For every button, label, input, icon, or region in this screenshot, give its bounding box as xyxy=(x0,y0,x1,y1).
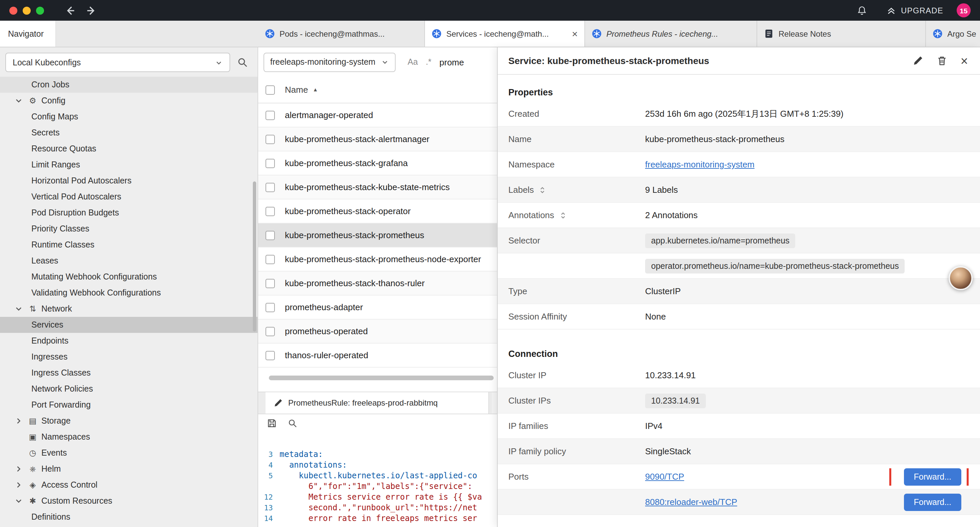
tab-pods-icecheng-mathmas[interactable]: Pods - icecheng@mathmas... xyxy=(258,21,425,47)
namespace-filter[interactable]: freeleaps-monitoring-system xyxy=(264,53,396,72)
tab-argo-se[interactable]: Argo Se xyxy=(926,21,980,47)
sidebar-item-cron-jobs[interactable]: Cron Jobs xyxy=(0,77,258,93)
sidebar-item-custom-resources[interactable]: ✱Custom Resources xyxy=(0,493,258,509)
navigator-title: Navigator xyxy=(8,29,44,38)
row-checkbox[interactable] xyxy=(266,134,275,144)
row-checkbox[interactable] xyxy=(266,255,275,264)
detail-label-text: Created xyxy=(508,109,539,119)
chevron-right-icon[interactable] xyxy=(15,481,26,489)
sidebar-item-network[interactable]: ⇅Network xyxy=(0,301,258,317)
sidebar-item-label: Ingress Classes xyxy=(31,368,91,377)
row-checkbox[interactable] xyxy=(266,110,275,120)
sidebar-item-namespaces[interactable]: ▣Namespaces xyxy=(0,429,258,445)
sidebar-item-leases[interactable]: Leases xyxy=(0,253,258,269)
upgrade-button[interactable]: UPGRADE xyxy=(886,5,943,16)
sidebar-item-vertical-pod-autoscalers[interactable]: Vertical Pod Autoscalers xyxy=(0,189,258,205)
sidebar-item-pod-disruption-budgets[interactable]: Pod Disruption Budgets xyxy=(0,205,258,221)
save-icon[interactable] xyxy=(267,418,277,428)
detail-label: Labels xyxy=(508,185,645,195)
sidebar-item-definitions[interactable]: Definitions xyxy=(0,509,258,525)
back-icon[interactable] xyxy=(64,4,76,16)
row-checkbox[interactable] xyxy=(266,350,275,360)
helm-icon: ⎈ xyxy=(26,464,39,474)
sidebar-item-services[interactable]: Services xyxy=(0,317,258,333)
sidebar-scrollbar[interactable] xyxy=(253,182,256,331)
sidebar-item-horizontal-pod-autoscalers[interactable]: Horizontal Pod Autoscalers xyxy=(0,173,258,189)
minimize-window-button[interactable] xyxy=(23,6,31,14)
sidebar-search-icon[interactable] xyxy=(237,57,248,68)
notification-count-badge[interactable]: 15 xyxy=(957,3,970,18)
namespace-filter-value: freeleaps-monitoring-system xyxy=(270,57,375,67)
row-checkbox[interactable] xyxy=(266,326,275,336)
tab-services-icecheng-math[interactable]: Services - icecheng@math...× xyxy=(425,21,585,47)
navigator-header-tab[interactable]: Navigator xyxy=(0,21,56,47)
dock-tab-prometheusrule[interactable]: PrometheusRule: freeleaps-prod-rabbitmq xyxy=(266,392,489,414)
forward-button[interactable]: Forward... xyxy=(904,468,961,485)
sidebar-item-ingress-classes[interactable]: Ingress Classes xyxy=(0,365,258,381)
column-header-name[interactable]: Name ▲ xyxy=(285,85,318,95)
chevron-down-icon[interactable] xyxy=(15,97,26,105)
match-case-toggle[interactable]: Aa xyxy=(407,57,418,67)
user-avatar[interactable] xyxy=(949,266,973,290)
forward-button[interactable]: Forward... xyxy=(904,493,961,511)
notifications-bell-icon[interactable] xyxy=(857,5,868,16)
delete-resource-icon[interactable] xyxy=(937,56,947,66)
value-text: IPv4 xyxy=(645,421,662,431)
expand-collapse-icon[interactable] xyxy=(539,186,547,194)
port-link[interactable]: 8080:reloader-web/TCP xyxy=(645,497,737,507)
horizontal-scrollbar-thumb[interactable] xyxy=(269,376,494,380)
tab-prometheus-rules-icecheng[interactable]: Prometheus Rules - icecheng... xyxy=(585,21,757,47)
row-checkbox[interactable] xyxy=(266,303,275,312)
row-checkbox[interactable] xyxy=(266,207,275,216)
detail-label-text: Cluster IPs xyxy=(508,396,551,406)
regex-toggle[interactable]: .* xyxy=(426,57,432,67)
tab-close-icon[interactable]: × xyxy=(572,28,578,39)
zoom-window-button[interactable] xyxy=(36,6,44,14)
sidebar-item-helm[interactable]: ⎈Helm xyxy=(0,461,258,477)
select-all-checkbox[interactable] xyxy=(266,85,275,94)
edit-resource-icon[interactable] xyxy=(913,56,923,66)
kubernetes-icon xyxy=(265,29,275,39)
sidebar-item-endpoints[interactable]: Endpoints xyxy=(0,333,258,349)
port-link[interactable]: 9090/TCP xyxy=(645,471,684,482)
sidebar-item-priority-classes[interactable]: Priority Classes xyxy=(0,221,258,237)
sidebar-item-runtime-classes[interactable]: Runtime Classes xyxy=(0,237,258,253)
chevron-right-icon[interactable] xyxy=(15,465,26,473)
search-input[interactable]: Aa .* prome xyxy=(407,57,464,67)
namespace-link[interactable]: freeleaps-monitoring-system xyxy=(645,159,754,169)
close-panel-icon[interactable]: × xyxy=(961,54,968,67)
close-window-button[interactable] xyxy=(10,6,18,14)
detail-row-ip-family-policy: IP family policySingleStack xyxy=(498,439,980,464)
expand-collapse-icon[interactable] xyxy=(559,211,567,219)
sidebar-item-config[interactable]: ⚙Config xyxy=(0,93,258,109)
row-checkbox[interactable] xyxy=(266,182,275,192)
sidebar-item-mutating-webhook-configurations[interactable]: Mutating Webhook Configurations xyxy=(0,269,258,285)
sidebar-item-secrets[interactable]: Secrets xyxy=(0,125,258,141)
row-checkbox[interactable] xyxy=(266,279,275,288)
value-text: kube-prometheus-stack-prometheus xyxy=(645,134,784,144)
sidebar-item-network-policies[interactable]: Network Policies xyxy=(0,381,258,397)
line-number: 13 xyxy=(258,503,280,512)
editor-search-icon[interactable] xyxy=(288,418,298,428)
sidebar-item-access-control[interactable]: ◈Access Control xyxy=(0,477,258,493)
forward-icon[interactable] xyxy=(85,4,97,16)
sidebar-item-label: Config xyxy=(41,96,65,105)
row-checkbox[interactable] xyxy=(266,158,275,168)
sidebar-item-port-forwarding[interactable]: Port Forwarding xyxy=(0,397,258,413)
sidebar-item-resource-quotas[interactable]: Resource Quotas xyxy=(0,141,258,157)
sidebar-item-validating-webhook-configurations[interactable]: Validating Webhook Configurations xyxy=(0,285,258,301)
chevron-down-icon[interactable] xyxy=(15,305,26,313)
tab-release-notes[interactable]: Release Notes xyxy=(757,21,926,47)
sidebar-item-limit-ranges[interactable]: Limit Ranges xyxy=(0,157,258,173)
sidebar-item-storage[interactable]: ▤Storage xyxy=(0,413,258,429)
sidebar-item-config-maps[interactable]: Config Maps xyxy=(0,109,258,125)
chevron-right-icon[interactable] xyxy=(15,417,26,425)
line-number: 12 xyxy=(258,493,280,502)
row-checkbox[interactable] xyxy=(266,231,275,240)
detail-panel: Service: kube-prometheus-stack-prometheu… xyxy=(497,47,980,527)
kubeconfig-selector[interactable]: Local Kubeconfigs xyxy=(5,53,230,72)
sidebar-item-events[interactable]: ◷Events xyxy=(0,445,258,461)
section-heading-properties: Properties xyxy=(498,83,980,101)
sidebar-item-ingresses[interactable]: Ingresses xyxy=(0,349,258,365)
chevron-down-icon[interactable] xyxy=(15,497,26,505)
